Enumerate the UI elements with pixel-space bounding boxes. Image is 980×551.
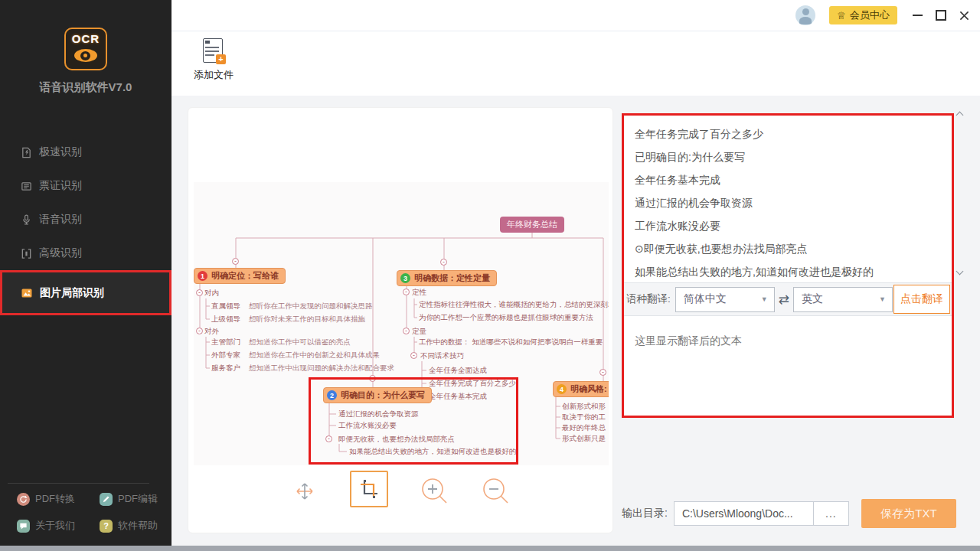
mindmap-node: 服务客户想知道工作中出现问题的解决办法和配合要求	[211, 363, 394, 373]
crown-icon: ♕	[837, 11, 846, 21]
sidebar-divider	[8, 483, 149, 484]
mindmap-node: 定性指标往往弹性很大，谁能概括的更给力，总结的更深刻就更出彩	[419, 299, 609, 309]
recognized-line: 通过汇报的机会争取资源	[635, 191, 941, 214]
recognized-line: ⊙即便无收获,也要想办法找局部亮点	[635, 237, 941, 260]
sidebar-item-ticket-recognition[interactable]: 票证识别	[0, 169, 172, 203]
mindmap-node: 定性	[412, 287, 426, 297]
toolbar	[172, 31, 980, 96]
branch-number: 4	[557, 384, 567, 394]
app-title: 语音识别软件V7.0	[0, 80, 172, 95]
sidebar-item-voice-recognition[interactable]: 语音识别	[0, 203, 172, 236]
sidebar-item-label: 高级识别	[39, 246, 82, 260]
pdf-convert-icon	[17, 493, 30, 506]
sidebar-item-fast-recognition[interactable]: 极速识别	[0, 135, 172, 169]
add-file-button[interactable]: + 添加文件	[191, 38, 237, 82]
branch-label: 明确数据：定性定量	[414, 272, 490, 284]
footer-item-label: 软件帮助	[118, 519, 158, 533]
collapse-icon: -	[403, 328, 410, 334]
window-bottom-edge	[0, 546, 980, 551]
sidebar-about-us[interactable]: 关于我们	[17, 519, 75, 533]
sidebar-item-advanced-recognition[interactable]: 高级识别	[0, 236, 172, 270]
avatar-body	[799, 17, 812, 24]
source-language-value: 简体中文	[684, 292, 727, 306]
translated-text-area[interactable]: 这里显示翻译后的文本	[624, 316, 952, 416]
pdf-edit-icon	[100, 493, 113, 506]
recognized-text-area[interactable]: 全年任务完成了百分之多少 已明确目的:为什么要写 全年任务基本完成 通过汇报的机…	[624, 116, 952, 282]
crop-icon	[358, 478, 380, 500]
sidebar: OCR 语音识别软件V7.0 极速识别 票证识别 语音识别	[0, 0, 172, 546]
zoom-in-icon	[420, 477, 449, 506]
mindmap-title-badge: 年终财务总结	[500, 217, 564, 233]
mindmap-image: 年终财务总结 - - - - - - - - - - 1 明确定位：写给谁 对内…	[194, 182, 609, 465]
footer-item-label: 关于我们	[35, 519, 75, 533]
collapse-icon: -	[599, 369, 606, 376]
mindmap-node: 对外	[204, 326, 219, 336]
help-icon: ?	[100, 520, 113, 533]
output-row: 输出目录: C:\Users\Mloong\Doc... ... 保存为TXT	[622, 499, 965, 528]
fast-recognition-icon	[21, 147, 32, 158]
chevron-down-icon: ▼	[879, 295, 886, 303]
browse-button[interactable]: ...	[814, 501, 849, 526]
mindmap-node: 主管部门想知道你工作中可以借鉴的亮点	[211, 337, 351, 347]
scroll-up-icon[interactable]	[956, 112, 964, 119]
output-path-input[interactable]: C:\Users\Mloong\Doc...	[674, 501, 814, 526]
maximize-button[interactable]	[933, 8, 949, 23]
collapse-icon: -	[196, 289, 203, 296]
sidebar-item-label: 极速识别	[39, 145, 82, 159]
output-dir-label: 输出目录:	[622, 507, 668, 520]
app-window: OCR 语音识别软件V7.0 极速识别 票证识别 语音识别	[0, 0, 980, 551]
plus-badge-icon: +	[216, 54, 226, 64]
save-as-txt-button[interactable]: 保存为TXT	[861, 499, 956, 528]
translated-placeholder: 这里显示翻译后的文本	[635, 334, 742, 347]
move-tool-button[interactable]	[293, 480, 316, 506]
maximize-icon	[936, 10, 946, 21]
recognized-line: 已明确目的:为什么要写	[635, 145, 941, 168]
sidebar-item-image-partial-recognition[interactable]: 图片局部识别	[0, 270, 172, 315]
advanced-recognition-icon	[21, 248, 32, 259]
mindmap-branch-4: 4 明确风格:	[553, 381, 609, 397]
scroll-down-icon[interactable]	[956, 268, 964, 276]
mindmap-node: 最好的年终总	[562, 422, 606, 432]
zoom-in-tool-button[interactable]	[420, 477, 449, 509]
eye-icon	[74, 49, 97, 62]
member-center-button[interactable]: ♕ 会员中心	[829, 6, 897, 24]
mindmap-node: 上级领导想听你对未来工作的目标和具体措施	[211, 314, 365, 324]
recognized-line: 如果能总结出失败的地方,知道如何改进也是极好的	[635, 260, 941, 282]
mindmap-node: 工作中的数据： 知道哪些不说和如何把事说明白一样重要	[419, 337, 603, 347]
microphone-icon	[21, 214, 32, 226]
mindmap-branch-3: 3 明确数据：定性定量	[397, 270, 497, 286]
collapse-icon: -	[403, 289, 410, 295]
recognized-line: 工作流水账没必要	[635, 214, 941, 237]
minimize-button[interactable]	[910, 8, 925, 23]
sidebar-software-help[interactable]: ? 软件帮助	[100, 519, 158, 533]
avatar-head	[802, 8, 809, 15]
about-us-icon	[17, 520, 30, 533]
mindmap-node: 外部专家想知道你在工作中的创新之处和具体成果	[211, 350, 380, 360]
sidebar-pdf-convert[interactable]: PDF转换	[17, 492, 75, 506]
zoom-out-icon	[482, 477, 511, 506]
close-button[interactable]	[956, 8, 972, 23]
zoom-out-tool-button[interactable]	[482, 477, 511, 509]
mindmap-node: 形式创新只是	[562, 433, 606, 443]
source-language-select[interactable]: 简体中文 ▼	[675, 287, 775, 312]
ocr-logo-icon: OCR	[64, 28, 107, 70]
avatar[interactable]	[795, 5, 815, 25]
branch-number: 3	[400, 273, 410, 283]
sidebar-item-label: 语音识别	[39, 213, 82, 227]
mindmap-node: 为你的工作想一个应景的标题也是抓住眼球的重要方法	[419, 312, 593, 322]
target-language-select[interactable]: 英文 ▼	[793, 287, 893, 312]
scrollbar[interactable]	[956, 111, 965, 276]
translate-button[interactable]: 点击翻译	[893, 285, 950, 314]
recognized-line: 全年任务完成了百分之多少	[635, 122, 941, 145]
logo-text: OCR	[66, 32, 106, 45]
crop-tool-button[interactable]	[350, 471, 388, 507]
image-icon	[21, 287, 33, 299]
swap-languages-icon[interactable]: ⇄	[779, 292, 789, 308]
footer-item-label: PDF转换	[35, 492, 75, 506]
sidebar-item-label: 图片局部识别	[40, 286, 104, 300]
mindmap-node: 不同话术技巧	[420, 350, 464, 360]
sidebar-pdf-edit[interactable]: PDF编辑	[100, 492, 158, 506]
mindmap-node: 全年任务全面达成	[429, 365, 487, 375]
minimize-icon	[913, 15, 923, 16]
collapse-icon: -	[196, 328, 203, 334]
